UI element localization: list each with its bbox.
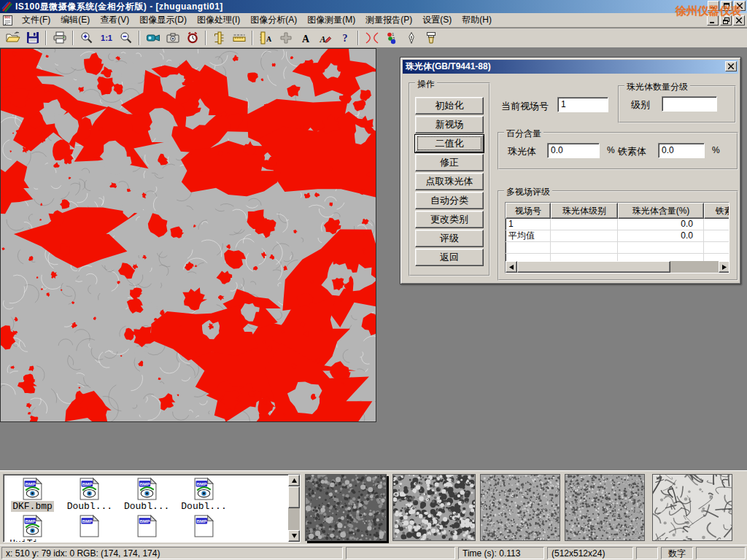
actual-size-button[interactable]: 1:1 [96, 30, 116, 47]
file-item[interactable]: BMP DKF.bmp [5, 478, 60, 512]
grade-level-input[interactable] [662, 96, 717, 112]
file-item-partial[interactable]: BMP [120, 515, 174, 537]
close-button[interactable] [734, 1, 746, 11]
scroll-up-arrow-icon[interactable] [288, 475, 300, 486]
return-button[interactable]: 返回 [415, 249, 484, 266]
grade-level-label: 级别 [631, 98, 650, 112]
binarize-button[interactable]: 二值化 [415, 135, 484, 152]
menu-image-measure[interactable]: 图像测量(M) [302, 12, 360, 28]
bmp-file-icon: BMP [137, 515, 157, 537]
file-name: Doubl... [66, 501, 114, 512]
ferrite-percent-input[interactable]: 0.0 [658, 143, 705, 158]
minimize-button[interactable] [708, 1, 719, 11]
ruler-button[interactable] [229, 30, 249, 47]
photo-capture-button[interactable] [163, 30, 182, 47]
pick-pearlite-button[interactable]: 点取珠光体 [415, 173, 484, 190]
status-empty-panel [636, 547, 658, 559]
file-item-partial[interactable]: BMP [177, 515, 231, 537]
grid-cross-button[interactable] [276, 30, 295, 47]
pearlite-dialog[interactable]: 珠光体(GB/T9441-88) 操作 初始化 新视场 二值化 修正 点取珠光体… [400, 57, 741, 284]
mdi-minimize-button[interactable] [707, 15, 719, 26]
table-row[interactable]: 1 0.0 [506, 219, 729, 230]
file-list[interactable]: BMP DKF.bmp BMP Doubl... BMP Doubl... BM… [3, 474, 301, 542]
file-item[interactable]: BMP Doubl... [62, 478, 117, 512]
dialog-body: 操作 初始化 新视场 二值化 修正 点取珠光体 自动分类 更改类别 评级 返回 … [403, 74, 738, 283]
file-item[interactable]: BMP Doubl... [177, 478, 231, 512]
print-button[interactable] [50, 30, 69, 47]
measure-text-button[interactable]: A [256, 30, 276, 47]
status-empty-panel [696, 547, 746, 559]
correct-button[interactable]: 修正 [415, 154, 484, 171]
dialog-close-button[interactable] [725, 61, 737, 71]
menu-image-process[interactable]: 图像处理(I) [192, 12, 245, 28]
timer-button[interactable] [182, 30, 202, 47]
document-icon[interactable]: DOC [2, 15, 14, 26]
mdi-close-button[interactable] [733, 15, 745, 26]
thumbnail-image-4[interactable] [565, 474, 645, 541]
svg-text:1: 1 [392, 33, 394, 36]
scroll-left-arrow-icon[interactable] [506, 261, 517, 273]
text-icon: A [298, 31, 313, 44]
menu-measure-report[interactable]: 测量报告(P) [360, 12, 417, 28]
pearlite-percent-input[interactable]: 0.0 [547, 143, 600, 158]
menu-settings[interactable]: 设置(S) [417, 12, 457, 28]
svg-text:BMP: BMP [139, 518, 150, 524]
photo-capture-icon [166, 31, 180, 44]
zoom-in-button[interactable] [77, 30, 96, 47]
elapsed-time-readout: Time (s): 0.113 [458, 547, 544, 559]
help-button[interactable]: ? [335, 30, 355, 47]
caliper-icon [212, 31, 227, 44]
new-field-button[interactable]: 新视场 [415, 116, 484, 133]
table-horizontal-scrollbar[interactable] [506, 261, 729, 273]
scrollbar-thumb[interactable] [288, 486, 300, 508]
video-capture-button[interactable] [143, 30, 163, 47]
scrollbar-thumb[interactable] [517, 261, 670, 273]
grading-group-label: 珠光体数量分级 [624, 81, 690, 93]
thumbnail-image-5[interactable] [652, 474, 732, 541]
title-bar[interactable]: IS100显微摄像系统(金相分析版) - [zhuguangti01] [0, 0, 747, 13]
current-field-input[interactable]: 1 [557, 97, 608, 112]
menu-file[interactable]: 文件(F) [17, 12, 55, 28]
classify-points-button[interactable]: 1 3 [382, 30, 401, 47]
menu-image-display[interactable]: 图像显示(D) [134, 12, 192, 28]
file-list-scrollbar[interactable] [288, 475, 300, 542]
rate-button[interactable]: 评级 [415, 230, 484, 247]
zoom-out-button[interactable] [116, 30, 136, 47]
brush-button[interactable] [421, 30, 441, 47]
image-size-readout: (512x512x24) [547, 547, 633, 559]
scroll-right-arrow-icon[interactable] [719, 261, 729, 273]
dialog-title-bar[interactable]: 珠光体(GB/T9441-88) [403, 60, 738, 74]
change-class-button[interactable]: 更改类别 [415, 211, 484, 228]
ferrite-percent-sign: % [712, 145, 720, 155]
operation-group: 操作 初始化 新视场 二值化 修正 点取珠光体 自动分类 更改类别 评级 返回 [409, 82, 490, 276]
menu-image-analysis[interactable]: 图像分析(A) [245, 12, 302, 28]
thumbnail-image-3[interactable] [480, 474, 560, 541]
scrollbar-track[interactable] [670, 261, 719, 273]
caliper-button[interactable] [209, 30, 229, 47]
file-item[interactable]: BMP Doubl... [120, 478, 174, 512]
menu-edit[interactable]: 编辑(E) [55, 12, 95, 28]
menu-help[interactable]: 帮助(H) [457, 12, 497, 28]
auto-classify-button[interactable]: 自动分类 [415, 192, 484, 209]
maximize-button[interactable] [721, 1, 732, 11]
table-row[interactable]: 平均值 0.0 [506, 230, 729, 242]
annotate-button[interactable]: A [315, 30, 335, 47]
file-item[interactable]: BMP HuiTi... [5, 515, 60, 542]
annotate-icon: A [318, 31, 333, 44]
thumbnail-image-2[interactable] [392, 474, 476, 541]
micrograph-image-binarized[interactable] [0, 48, 376, 422]
initialize-button[interactable]: 初始化 [415, 97, 484, 114]
open-button[interactable] [3, 30, 23, 47]
curve-erase-button[interactable] [362, 30, 382, 47]
pen-button[interactable] [401, 30, 421, 47]
scroll-down-arrow-icon[interactable] [288, 530, 300, 542]
menu-view[interactable]: 查看(V) [95, 12, 134, 28]
file-item-partial[interactable]: BMP [62, 515, 117, 537]
svg-text:BMP: BMP [26, 481, 36, 486]
rating-table[interactable]: 视场号 珠光体级别 珠光体含量(%) 铁素体含量(%) 1 0.0 平均值 [505, 202, 729, 273]
mdi-restore-button[interactable] [720, 15, 732, 26]
text-button[interactable]: A [295, 30, 315, 47]
bmp-file-icon: BMP [23, 478, 42, 500]
save-button[interactable] [23, 30, 42, 47]
thumbnail-image-1[interactable] [305, 474, 387, 541]
